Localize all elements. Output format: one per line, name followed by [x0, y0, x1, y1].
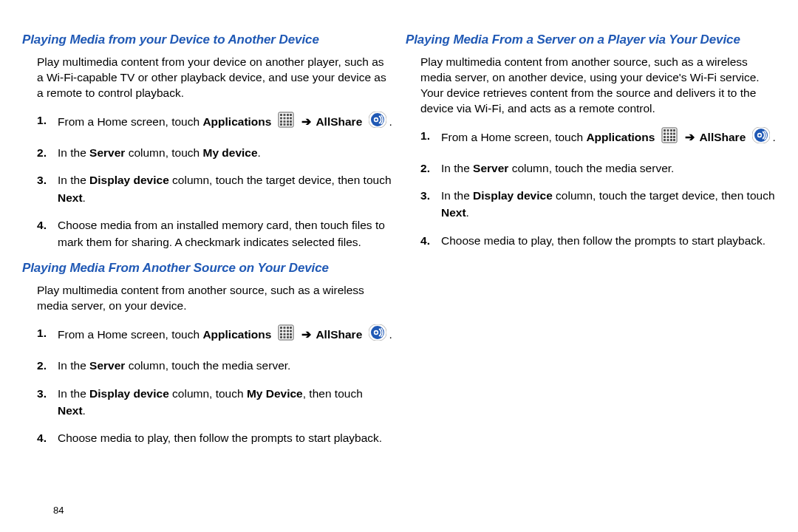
period: .	[389, 115, 392, 128]
step-item: From a Home screen, touch Applications ➔…	[37, 324, 392, 347]
period: .	[83, 191, 86, 204]
section-heading: Playing Media from your Device to Anothe…	[22, 33, 392, 47]
step-item: In the Display device column, touch the …	[420, 187, 776, 222]
display-device-label: Display device	[473, 189, 553, 202]
manual-page: Playing Media from your Device to Anothe…	[0, 0, 798, 532]
step-text: In the	[58, 174, 86, 186]
intro-paragraph: Play multimedia content from your device…	[37, 55, 392, 101]
period: .	[773, 131, 776, 143]
next-label: Next	[441, 206, 466, 219]
allshare-label: AllShare	[699, 131, 746, 143]
section-heading: Playing Media From a Server on a Player …	[406, 33, 776, 47]
applications-grid-icon	[278, 112, 294, 132]
intro-paragraph: Play multimedia content from another sou…	[420, 55, 776, 117]
step-text: From a Home screen, touch	[441, 131, 583, 143]
server-label: Server	[89, 146, 125, 159]
allshare-label: AllShare	[316, 115, 362, 128]
step-item: From a Home screen, touch Applications ➔…	[420, 127, 776, 149]
step-text: column, touch the target device, then to…	[172, 174, 391, 186]
step-text: In the	[441, 189, 470, 202]
step-text: In the	[58, 146, 86, 159]
intro-paragraph: Play multimedia content from another sou…	[37, 283, 392, 314]
step-text: In the	[441, 162, 470, 174]
section-heading: Playing Media From Another Source on You…	[22, 261, 392, 276]
steps-list: From a Home screen, touch Applications ➔…	[37, 324, 392, 446]
my-device-label: My device	[202, 146, 257, 159]
left-column: Playing Media from your Device to Anothe…	[22, 22, 392, 525]
step-item: In the Display device column, touch the …	[37, 171, 392, 206]
allshare-icon	[752, 127, 770, 148]
arrow-icon: ➔	[301, 113, 311, 130]
period: .	[258, 146, 261, 159]
steps-list: From a Home screen, touch Applications ➔…	[420, 127, 776, 249]
my-device-label: My Device	[247, 387, 303, 400]
display-device-label: Display device	[89, 174, 169, 186]
next-label: Next	[58, 404, 83, 417]
allshare-icon	[369, 112, 386, 132]
step-text: , then touch	[303, 387, 363, 400]
step-text: From a Home screen, touch	[58, 328, 200, 341]
step-text: In the	[58, 359, 86, 372]
applications-label: Applications	[202, 115, 271, 128]
step-text: column, touch	[129, 146, 200, 159]
period: .	[389, 328, 392, 341]
step-item: From a Home screen, touch Applications ➔…	[37, 112, 392, 134]
step-item: In the Server column, touch My device.	[37, 144, 392, 161]
arrow-icon: ➔	[301, 326, 311, 343]
step-text: column, touch the target device, then to…	[556, 189, 774, 202]
right-column: Playing Media From a Server on a Player …	[406, 22, 776, 525]
display-device-label: Display device	[89, 387, 169, 400]
allshare-label: AllShare	[316, 328, 362, 341]
applications-grid-icon	[661, 127, 678, 148]
step-item: Choose media to play, then follow the pr…	[420, 232, 776, 249]
period: .	[466, 206, 469, 219]
step-item: In the Display device column, touch My D…	[37, 385, 392, 420]
arrow-icon: ➔	[685, 129, 695, 146]
step-item: In the Server column, touch the media se…	[37, 357, 392, 374]
applications-label: Applications	[202, 328, 271, 341]
server-label: Server	[89, 359, 125, 372]
step-text: In the	[58, 387, 86, 400]
step-text: column, touch	[172, 387, 244, 400]
allshare-icon	[369, 324, 386, 345]
step-item: Choose media to play, then follow the pr…	[37, 429, 392, 446]
period: .	[83, 404, 86, 417]
applications-grid-icon	[278, 324, 294, 345]
step-text: column, touch the media server.	[512, 162, 675, 174]
page-number: 84	[53, 505, 64, 516]
step-text: column, touch the media server.	[129, 359, 291, 372]
step-item: Choose media from an installed memory ca…	[37, 216, 392, 251]
server-label: Server	[473, 162, 508, 174]
step-text: From a Home screen, touch	[58, 115, 200, 128]
next-label: Next	[58, 191, 83, 204]
steps-list: From a Home screen, touch Applications ➔…	[37, 112, 392, 251]
step-item: In the Server column, touch the media se…	[420, 160, 776, 177]
applications-label: Applications	[586, 131, 655, 143]
